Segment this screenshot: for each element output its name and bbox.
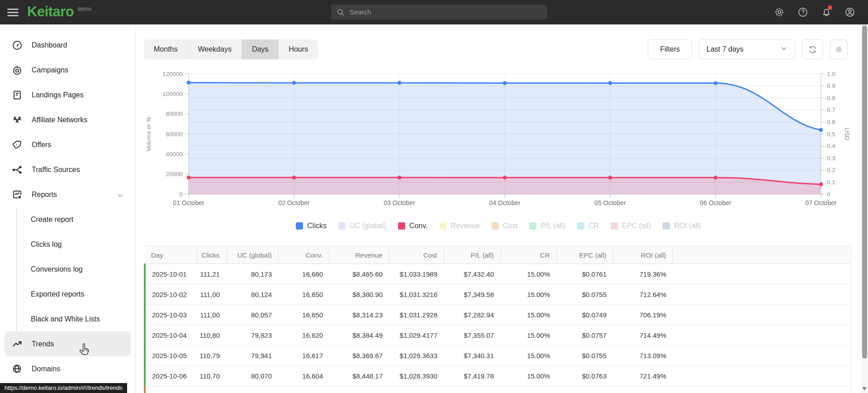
sidebar-item-exported-reports[interactable]: Exported reports bbox=[0, 282, 135, 307]
table-header-row: DayClicksUC (global)Conv.RevenueCostP/L … bbox=[145, 246, 851, 264]
legend-label: Revenue bbox=[451, 222, 480, 230]
sidebar-item-reports[interactable]: Reports bbox=[0, 182, 135, 207]
column-header-revenue[interactable]: Revenue bbox=[329, 246, 389, 264]
cell-spacer bbox=[673, 305, 851, 325]
svg-text:Volume or %: Volume or % bbox=[145, 117, 152, 152]
legend-item-conv[interactable]: Conv. bbox=[398, 222, 428, 230]
svg-text:01 October: 01 October bbox=[173, 199, 204, 206]
cell: 16,620 bbox=[278, 325, 329, 345]
svg-text:02 October: 02 October bbox=[278, 199, 310, 206]
sidebar-item-label: Landings Pages bbox=[32, 91, 84, 99]
menu-icon[interactable] bbox=[7, 6, 20, 18]
cell: 15.00% bbox=[500, 386, 556, 393]
filters-button[interactable]: Filters bbox=[648, 39, 692, 59]
column-header-p-l-all[interactable]: P/L (all) bbox=[444, 246, 500, 264]
sidebar-item-domains[interactable]: Domains bbox=[0, 356, 135, 381]
landing-icon bbox=[12, 90, 23, 101]
search-input[interactable] bbox=[350, 8, 542, 16]
trend-icon bbox=[12, 339, 23, 350]
date-range-select[interactable]: Last 7 days bbox=[699, 39, 795, 59]
legend-label: P/L (all) bbox=[541, 222, 565, 230]
cell: $8,465.60 bbox=[329, 264, 389, 284]
search-box[interactable] bbox=[331, 5, 547, 19]
column-header-clicks[interactable]: Clicks bbox=[197, 246, 226, 264]
tab-weekdays[interactable]: Weekdays bbox=[187, 39, 241, 59]
cell: $8,448.17 bbox=[329, 366, 389, 386]
table-row: 2025-10-02111,0080,12416,650$8,380.90$1,… bbox=[145, 284, 851, 305]
cell: 64,10 bbox=[197, 386, 226, 393]
legend-item-cost[interactable]: Cost bbox=[492, 222, 518, 230]
toolbar: MonthsWeekdaysDaysHours Filters Last 7 d… bbox=[144, 39, 848, 59]
chevron-down-icon bbox=[117, 192, 123, 201]
sidebar-item-landings-pages[interactable]: Landings Pages bbox=[0, 82, 135, 107]
sidebar: Dashboard Campaigns Landings Pages Affil… bbox=[0, 24, 136, 393]
cell: 110,80 bbox=[197, 325, 226, 345]
sidebar-item-traffic-sources[interactable]: Traffic Sources bbox=[0, 157, 135, 182]
scrollbar-thumb[interactable] bbox=[862, 25, 867, 359]
search-icon bbox=[337, 8, 345, 16]
chevron-down-icon bbox=[780, 45, 787, 54]
svg-text:0.8: 0.8 bbox=[827, 95, 835, 101]
cell: 15.00% bbox=[500, 305, 556, 325]
help-icon[interactable] bbox=[797, 7, 808, 18]
sidebar-item-black-and-white-lists[interactable]: Black and White Lists bbox=[0, 307, 135, 331]
sidebar-nav: Dashboard Campaigns Landings Pages Affil… bbox=[0, 33, 135, 381]
sidebar-item-offers[interactable]: s Offers bbox=[0, 132, 135, 157]
cell: $7,432.40 bbox=[444, 264, 500, 284]
sidebar-item-affiliate-networks[interactable]: Affiliate Networks bbox=[0, 107, 135, 132]
column-header-epc-all[interactable]: EPC (all) bbox=[556, 246, 613, 264]
tab-days[interactable]: Days bbox=[242, 39, 278, 59]
settings-gear-icon[interactable] bbox=[774, 7, 785, 18]
brand: Keitaro demo bbox=[27, 4, 91, 19]
column-header-cost[interactable]: Cost bbox=[389, 246, 444, 264]
cell: 16,650 bbox=[278, 305, 329, 325]
sidebar-item-dashboard[interactable]: Dashboard bbox=[0, 33, 135, 58]
cell: $0.0761 bbox=[556, 264, 613, 284]
sidebar-item-conversions-log[interactable]: Conversions log bbox=[0, 257, 135, 282]
cell: 80,173 bbox=[226, 264, 278, 284]
column-header-roi-all[interactable]: ROI (all) bbox=[613, 246, 673, 264]
tab-months[interactable]: Months bbox=[144, 39, 187, 59]
chart-settings-button[interactable] bbox=[830, 39, 848, 59]
cell: $0.0755 bbox=[556, 345, 613, 366]
column-header-conv[interactable]: Conv. bbox=[278, 246, 329, 264]
legend-item-revenue[interactable]: Revenue bbox=[440, 222, 480, 230]
scrollbar-down-arrow[interactable] bbox=[862, 387, 867, 391]
topbar-icons bbox=[774, 0, 855, 24]
table-row: 2025-10-0764,1044,4579,960$4,999.44$597.… bbox=[145, 386, 851, 393]
legend-item-p-l-all[interactable]: P/L (all) bbox=[529, 222, 565, 230]
page-scrollbar[interactable] bbox=[861, 24, 868, 393]
cell: 2025-10-03 bbox=[145, 305, 197, 325]
column-header-spacer bbox=[673, 246, 851, 264]
legend-swatch bbox=[440, 222, 447, 230]
cell: $8,369.67 bbox=[329, 345, 389, 366]
legend-item-roi-all[interactable]: ROI (all) bbox=[663, 222, 701, 230]
sidebar-item-label: Trends bbox=[32, 340, 54, 348]
sidebar-item-campaigns[interactable]: Campaigns bbox=[0, 58, 135, 82]
sidebar-item-clicks-log[interactable]: Clicks log bbox=[0, 232, 135, 257]
legend-item-epc-all[interactable]: EPC (all) bbox=[611, 222, 651, 230]
sidebar-item-label: Traffic Sources bbox=[32, 166, 80, 174]
legend-item-uc-global[interactable]: UC (global) bbox=[338, 222, 386, 230]
refresh-button[interactable] bbox=[802, 39, 823, 59]
legend-item-clicks[interactable]: Clicks bbox=[296, 222, 327, 230]
legend-swatch bbox=[529, 222, 536, 230]
svg-text:USD: USD bbox=[844, 128, 850, 141]
legend-swatch bbox=[663, 222, 670, 230]
column-header-day[interactable]: Day bbox=[145, 246, 197, 264]
cell: $4,402.35 bbox=[444, 386, 500, 393]
account-avatar-icon[interactable] bbox=[844, 7, 855, 18]
tab-hours[interactable]: Hours bbox=[278, 39, 318, 59]
column-header-uc-global[interactable]: UC (global) bbox=[226, 246, 278, 264]
cell: $0.0763 bbox=[556, 366, 613, 386]
table-row: 2025-10-05110,7979,94116,617$8,369.67$1,… bbox=[145, 345, 851, 366]
sidebar-item-create-report[interactable]: Create report bbox=[0, 207, 135, 232]
notifications-bell-icon[interactable] bbox=[821, 7, 832, 18]
brand-badge: demo bbox=[77, 6, 91, 12]
refresh-icon bbox=[808, 45, 817, 54]
svg-text:120000: 120000 bbox=[162, 71, 183, 77]
legend-item-cr[interactable]: CR bbox=[577, 222, 599, 230]
legend-label: CR bbox=[588, 222, 599, 230]
column-header-cr[interactable]: CR bbox=[500, 246, 556, 264]
sidebar-item-trends[interactable]: Trends bbox=[5, 331, 131, 356]
